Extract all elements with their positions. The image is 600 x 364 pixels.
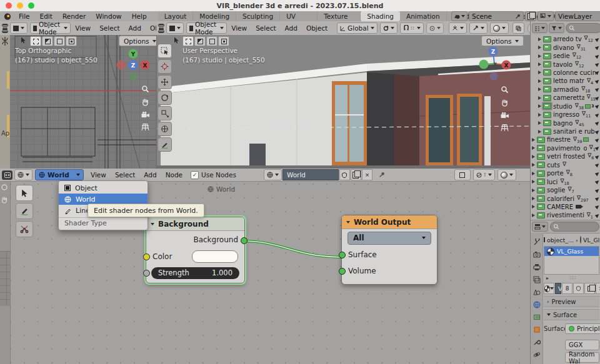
snap-target-dropdown[interactable] [380, 22, 398, 34]
background-node-header[interactable]: Background [146, 217, 244, 231]
select-mode-circle[interactable] [54, 36, 65, 46]
expand-icon[interactable] [538, 121, 541, 125]
new-copy-button[interactable] [351, 169, 361, 180]
expand-icon[interactable] [532, 163, 535, 167]
selectability-icon[interactable] [595, 213, 600, 218]
outliner-row[interactable]: ingresso∇11 [531, 111, 600, 119]
breadcrumb-material[interactable]: VL_Gl [583, 237, 600, 243]
outliner-row[interactable]: studio∇383 [531, 102, 600, 111]
selectability-icon[interactable] [595, 36, 600, 41]
selectability-icon[interactable] [595, 79, 600, 84]
material-browse-button[interactable] [544, 283, 554, 294]
menu-edit[interactable]: Edit [35, 12, 58, 20]
navigation-gizmo[interactable]: Z X Y [478, 45, 512, 80]
tweak-tool-icon[interactable] [174, 37, 179, 44]
background-node[interactable]: Background Background Color Strength 1.0… [146, 217, 245, 283]
blender-logo-icon[interactable] [4, 12, 11, 21]
menu-render[interactable]: Render [58, 12, 91, 20]
selectability-icon[interactable] [595, 145, 600, 150]
shading-sphere-dropdown[interactable] [498, 169, 516, 180]
editor-type-button[interactable] [532, 222, 548, 232]
outliner-row[interactable]: divano∇31 [531, 43, 600, 51]
annotate-tool[interactable] [158, 137, 172, 152]
expand-icon[interactable] [532, 146, 535, 150]
fake-user-button[interactable] [573, 283, 584, 294]
world-name-field[interactable]: World [282, 169, 339, 180]
expand-icon[interactable] [538, 113, 541, 117]
outliner-display-mode-dropdown[interactable] [532, 23, 548, 33]
select-mode-lasso[interactable] [66, 36, 77, 46]
pivot-point-dropdown[interactable] [449, 22, 467, 34]
selectability-icon[interactable] [595, 53, 600, 58]
new-copy-button[interactable] [584, 283, 595, 294]
selectability-icon[interactable] [595, 62, 600, 67]
cursor-tool[interactable] [158, 59, 172, 74]
tab-uv-editing[interactable]: UV Editing [280, 11, 318, 21]
collapse-icon[interactable] [151, 223, 154, 225]
selectability-icon[interactable] [595, 129, 600, 134]
scene-tab-icon[interactable] [532, 288, 541, 296]
view-layer-tab-icon[interactable] [532, 275, 541, 283]
color-input-socket[interactable] [143, 253, 150, 260]
object-tab-icon[interactable] [532, 325, 541, 333]
select-tool[interactable] [16, 185, 33, 201]
unlink-button[interactable]: × [596, 283, 600, 294]
transform-tool[interactable] [158, 122, 172, 136]
outliner-row[interactable]: luci∇18 [531, 177, 600, 185]
select-menu[interactable]: Select [251, 24, 280, 32]
outliner-row[interactable]: finestre∇39 [531, 135, 600, 144]
mode-icon-dropdown[interactable] [166, 22, 184, 34]
outliner-row[interactable]: sedie∇12 [531, 52, 600, 60]
orthographic-grid-icon[interactable] [141, 123, 149, 131]
viewlayer-browse-button[interactable] [538, 11, 554, 21]
selectability-icon[interactable] [595, 170, 600, 175]
node-menu[interactable]: Node [161, 171, 187, 179]
shading-sphere-dropdown[interactable] [490, 22, 509, 34]
modifiers-tab-icon[interactable] [532, 338, 541, 346]
output-tab-icon[interactable] [532, 263, 541, 271]
select-mode-box[interactable] [42, 36, 53, 46]
world-tab-icon[interactable] [532, 300, 541, 308]
menu-item-object[interactable]: Object [59, 182, 148, 194]
shader-type-dropdown[interactable]: World [35, 169, 84, 180]
select-mode-box[interactable] [194, 36, 206, 46]
color-swatch[interactable] [192, 250, 238, 263]
expand-icon[interactable] [532, 155, 535, 159]
target-select[interactable]: All [348, 232, 431, 245]
expand-icon[interactable] [538, 37, 541, 41]
zoom-icon[interactable] [501, 86, 509, 94]
pan-hand-icon[interactable] [501, 99, 509, 107]
selectability-icon[interactable] [595, 70, 600, 75]
annotate-tool[interactable] [16, 203, 33, 219]
overlays-dropdown[interactable]: ⊺ [473, 169, 495, 180]
expand-icon[interactable] [532, 205, 535, 209]
view-menu[interactable]: View [227, 24, 251, 32]
options-button[interactable]: Options [119, 36, 161, 46]
rotate-tool[interactable] [158, 91, 172, 105]
move-tool[interactable] [158, 75, 172, 89]
subsurface-method-dropdown[interactable]: Random Wal [565, 352, 599, 363]
volume-input-socket[interactable] [339, 268, 346, 275]
add-menu[interactable]: Add [281, 24, 302, 32]
pan-hand-icon[interactable] [141, 98, 149, 106]
render-tab-icon[interactable] [532, 250, 541, 258]
navigation-gizmo[interactable]: Y X Z [116, 47, 150, 82]
tab-animation[interactable]: Animation [400, 11, 447, 21]
selectability-icon[interactable] [595, 187, 600, 192]
scene-browse-button[interactable] [451, 11, 468, 21]
outliner-row[interactable]: tavolo∇12 [531, 60, 600, 68]
select-menu[interactable]: Select [111, 171, 139, 179]
outliner-row[interactable]: sanitari e rub [531, 127, 600, 135]
object-mode-dropdown[interactable]: Object Mode [30, 22, 71, 34]
select-mode-tweak[interactable] [30, 36, 41, 46]
outliner-row[interactable]: arredo tv∇12 [531, 35, 600, 43]
selectability-icon[interactable] [595, 87, 600, 92]
outliner-row[interactable]: colonne cucina [531, 69, 600, 77]
selectability-icon[interactable] [595, 204, 600, 209]
object-mode-dropdown[interactable]: Object Mode [186, 22, 227, 34]
tool-tab-icon[interactable] [532, 238, 541, 246]
select-mode-tweak[interactable] [182, 36, 194, 46]
selectability-icon[interactable] [595, 179, 600, 184]
transform-orientation-dropdown[interactable]: Global [337, 22, 378, 34]
surface-input-socket[interactable] [339, 252, 346, 258]
